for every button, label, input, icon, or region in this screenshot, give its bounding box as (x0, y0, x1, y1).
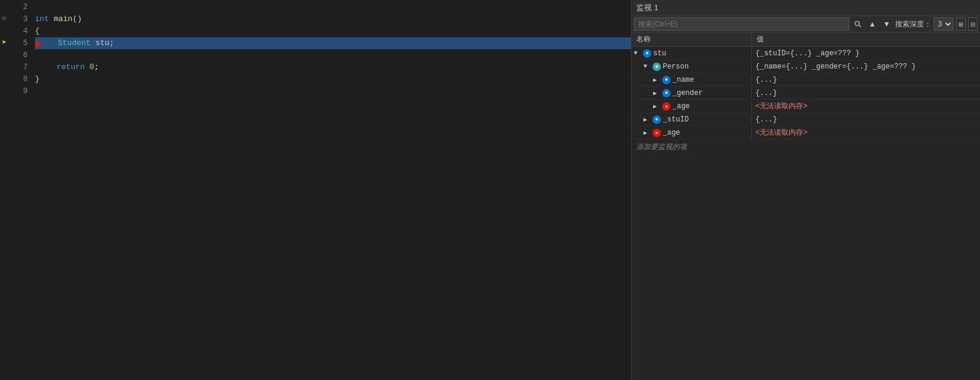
icon-stu: ● (643, 49, 651, 58)
code-line-9 (35, 85, 631, 97)
line-num-9: 9 (8, 85, 28, 97)
format-icon: ⊞ (958, 21, 963, 28)
svg-point-0 (855, 22, 860, 26)
expand-gender[interactable]: ▶ (653, 90, 660, 97)
expand-age1[interactable]: ▶ (653, 103, 660, 110)
line-num-4: 4 (8, 25, 28, 37)
watch-row-name-stuid: ▶ ● _stuID (631, 114, 752, 125)
watch-row-value-age1: <无法读取内存> (752, 100, 980, 112)
collapse-btn-3[interactable]: ⊟ (2, 15, 5, 22)
expand-all-btn[interactable]: ⊟ (968, 17, 978, 31)
line-num-5: 5 (8, 37, 28, 49)
brace-open: { (35, 25, 40, 37)
expand-name[interactable]: ▶ (653, 76, 660, 84)
watch-table-header: 名称 值 (631, 32, 980, 47)
var-stu: stu; (95, 37, 114, 49)
watch-title: 监视 1 (631, 0, 980, 16)
gutter-line-2 (0, 0, 8, 12)
icon-name: ● (662, 76, 671, 84)
gutter-line-9 (0, 84, 8, 96)
code-line-2 (35, 1, 631, 13)
parens: () (72, 13, 82, 25)
code-line-3: int main () (35, 13, 631, 25)
code-content: int main () { Student stu; return (33, 0, 631, 380)
add-watch-row[interactable]: 添加要监视的项 (631, 139, 980, 155)
code-line-6 (35, 49, 631, 61)
label-gender: _gender (672, 89, 702, 97)
expand-stu[interactable]: ▼ (634, 50, 641, 57)
gutter-line-4 (0, 24, 8, 36)
watch-row-value-age2: <无法读取内存> (752, 126, 980, 139)
watch-row-value-stu: {_stuID={...} _age=??? } (752, 48, 980, 59)
gutter-line-6 (0, 48, 8, 60)
watch-row-name[interactable]: ▶ ● _name {...} (631, 73, 980, 87)
brace-close: } (35, 73, 40, 85)
expand-age2[interactable]: ▶ (644, 129, 651, 136)
label-stuid: _stuID (663, 115, 689, 124)
icon-stuid: ● (653, 115, 661, 124)
watch-row-name-age2: ▶ ✕ _age (631, 127, 752, 138)
watch-search-input[interactable] (634, 17, 849, 31)
func-main: main (54, 13, 72, 25)
gutter: ⊟ ➤ (0, 0, 8, 380)
keyword-int: int (35, 13, 54, 25)
search-icon (854, 20, 861, 28)
keyword-return: return (57, 61, 90, 73)
watch-toolbar: ▲ ▼ 搜索深度： 3 1 2 4 5 ⊞ ⊟ (631, 16, 980, 32)
gutter-line-7 (0, 60, 8, 72)
code-line-8: } (35, 73, 631, 85)
keyword-student: Student (58, 37, 95, 49)
gutter-line-5: ➤ (0, 36, 8, 48)
watch-row-age2[interactable]: ▶ ✕ _age <无法读取内存> (631, 126, 980, 139)
col-header-name: 名称 (631, 32, 752, 46)
line-num-2: 2 (8, 1, 28, 13)
watch-row-person[interactable]: ▼ ◆ Person {_name={...} _gender={...} _a… (631, 60, 980, 73)
breakpoint-dot (35, 41, 40, 47)
expand-person[interactable]: ▼ (644, 63, 651, 70)
label-age1: _age (672, 102, 690, 111)
label-stu: stu (653, 49, 666, 58)
watch-row-name-person: ▼ ◆ Person (631, 61, 752, 72)
search-depth-label: 搜索深度： (895, 19, 931, 29)
label-person: Person (663, 63, 689, 71)
watch-row-gender[interactable]: ▶ ● _gender {...} (631, 87, 980, 100)
line-num-3: 3 (8, 13, 28, 25)
label-name: _name (672, 76, 694, 84)
expand-stuid[interactable]: ▶ (644, 116, 651, 123)
code-line-4: { (35, 25, 631, 37)
search-icon-btn[interactable] (852, 17, 864, 31)
svg-line-1 (859, 25, 861, 27)
icon-person: ◆ (653, 63, 661, 71)
watch-row-value-stuid: {...} (752, 114, 980, 125)
label-age2: _age (663, 129, 680, 137)
num-zero: 0 (90, 61, 95, 73)
line-num-7: 7 (8, 61, 28, 73)
gutter-line-3: ⊟ (0, 12, 8, 24)
gutter-line-8 (0, 72, 8, 84)
watch-row-name-age1: ▶ ✕ _age (631, 101, 752, 112)
watch-row-stuid[interactable]: ▶ ● _stuID {...} (631, 113, 980, 126)
watch-row-name-name: ▶ ● _name (631, 75, 752, 85)
line-num-6: 6 (8, 49, 28, 61)
line-num-8: 8 (8, 73, 28, 85)
line-numbers: 2 3 4 5 6 7 8 9 (8, 0, 33, 380)
watch-row-stu[interactable]: ▼ ● stu {_stuID={...} _age=??? } (631, 47, 980, 60)
toggle-format-btn[interactable]: ⊞ (956, 17, 966, 31)
watch-panel: 监视 1 ▲ ▼ 搜索深度： 3 1 2 4 5 ⊞ ⊟ 名称 值 (631, 0, 980, 380)
icon-gender: ● (662, 89, 671, 97)
watch-row-value-name: {...} (752, 75, 980, 85)
code-line-5: Student stu; (35, 37, 631, 49)
icon-age2: ✕ (653, 129, 661, 137)
icon-age1: ✕ (662, 102, 671, 111)
down-arrow-btn[interactable]: ▼ (881, 17, 893, 31)
watch-table: ▼ ● stu {_stuID={...} _age=??? } ▼ ◆ Per… (631, 47, 980, 380)
search-depth-select[interactable]: 3 1 2 4 5 (934, 17, 954, 31)
editor-panel: ⊟ ➤ 2 3 4 5 6 7 8 9 (0, 0, 631, 380)
watch-row-name-gender: ▶ ● _gender (631, 88, 752, 99)
arrow-indicator: ➤ (2, 37, 7, 48)
col-header-value: 值 (752, 32, 980, 46)
up-arrow-btn[interactable]: ▲ (866, 17, 878, 31)
watch-row-value-person: {_name={...} _gender={...} _age=??? } (752, 61, 980, 72)
code-area: ⊟ ➤ 2 3 4 5 6 7 8 9 (0, 0, 631, 380)
watch-row-age1[interactable]: ▶ ✕ _age <无法读取内存> (631, 100, 980, 113)
